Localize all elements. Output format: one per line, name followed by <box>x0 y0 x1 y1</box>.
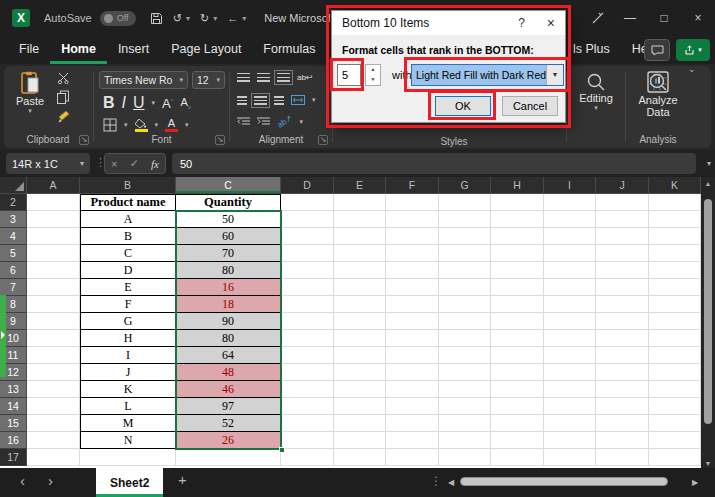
cell-B5[interactable]: C <box>80 245 176 262</box>
cell-J4[interactable] <box>596 228 649 245</box>
cell-C11[interactable]: 64 <box>176 347 281 364</box>
cell-H11[interactable] <box>491 347 544 364</box>
count-spinner[interactable]: ▲ ▼ <box>365 64 381 86</box>
maximize-button[interactable]: □ <box>647 0 681 36</box>
fill-color-dropdown-icon[interactable]: ▾ <box>155 121 159 129</box>
cell-B11[interactable]: I <box>80 347 176 364</box>
formula-bar-expand-icon[interactable]: ▾ <box>707 159 711 168</box>
underline-button[interactable]: U <box>133 94 145 112</box>
cell-D15[interactable] <box>281 415 334 432</box>
cell-C8[interactable]: 18 <box>176 296 281 313</box>
cell-K10[interactable] <box>649 330 701 347</box>
hscroll-thumb[interactable] <box>460 477 668 486</box>
tab-page-layout[interactable]: Page Layout <box>160 36 252 64</box>
cell-F9[interactable] <box>386 313 439 330</box>
cell-A9[interactable] <box>27 313 80 330</box>
grow-font-button[interactable]: A^ <box>162 96 174 111</box>
cell-D7[interactable] <box>281 279 334 296</box>
fill-handle[interactable] <box>279 447 285 453</box>
font-size-select[interactable]: 12▾ <box>192 71 225 89</box>
cell-C16[interactable]: 26 <box>176 432 281 449</box>
cell-E9[interactable] <box>334 313 386 330</box>
cell-I17[interactable] <box>544 449 596 466</box>
tab-file[interactable]: File <box>8 36 50 64</box>
borders-dropdown-icon[interactable]: ▾ <box>124 121 128 129</box>
cell-G14[interactable] <box>439 398 491 415</box>
cell-D2[interactable] <box>281 194 334 211</box>
close-button[interactable]: × <box>681 0 715 36</box>
tab-insert[interactable]: Insert <box>107 36 160 64</box>
cell-H17[interactable] <box>491 449 544 466</box>
cell-D12[interactable] <box>281 364 334 381</box>
cell-B16[interactable]: N <box>80 432 176 449</box>
cell-D11[interactable] <box>281 347 334 364</box>
undo-icon[interactable]: ↺ <box>173 12 182 25</box>
cell-A11[interactable] <box>27 347 80 364</box>
redo-icon[interactable]: ↻ <box>200 12 209 25</box>
cell-C2[interactable]: Quantity <box>176 194 281 211</box>
cell-F5[interactable] <box>386 245 439 262</box>
dialog-title-bar[interactable]: Bottom 10 Items ? × <box>332 11 565 35</box>
row-header-7[interactable]: 7 <box>0 279 27 296</box>
sheetbar-divider[interactable]: ⋮ <box>430 474 442 488</box>
cell-K11[interactable] <box>649 347 701 364</box>
align-top-icon[interactable] <box>237 73 250 82</box>
cell-H16[interactable] <box>491 432 544 449</box>
spinner-up-icon[interactable]: ▲ <box>366 65 380 75</box>
row-header-17[interactable]: 17 <box>0 449 27 466</box>
cancel-entry-icon[interactable]: × <box>111 158 117 170</box>
sheet-prev-icon[interactable]: ‹ <box>20 472 25 489</box>
vscroll-down-icon[interactable]: ▼ <box>701 460 715 467</box>
cell-I10[interactable] <box>544 330 596 347</box>
col-header-K[interactable]: K <box>649 177 701 194</box>
increase-indent-icon[interactable] <box>257 117 270 126</box>
clipboard-dialog-launcher[interactable]: ↘ <box>79 135 89 145</box>
cell-K4[interactable] <box>649 228 701 245</box>
cell-J13[interactable] <box>596 381 649 398</box>
cell-C14[interactable]: 97 <box>176 398 281 415</box>
cell-J15[interactable] <box>596 415 649 432</box>
col-header-A[interactable]: A <box>27 177 80 194</box>
font-dialog-launcher[interactable]: ↘ <box>215 135 225 145</box>
col-header-F[interactable]: F <box>386 177 439 194</box>
cell-G11[interactable] <box>439 347 491 364</box>
sheet-next-icon[interactable]: › <box>48 472 53 489</box>
cell-F17[interactable] <box>386 449 439 466</box>
row-header-16[interactable]: 16 <box>0 432 27 449</box>
cell-G12[interactable] <box>439 364 491 381</box>
cell-A3[interactable] <box>27 211 80 228</box>
cell-E5[interactable] <box>334 245 386 262</box>
cell-F14[interactable] <box>386 398 439 415</box>
cell-G6[interactable] <box>439 262 491 279</box>
cell-K12[interactable] <box>649 364 701 381</box>
row-header-14[interactable]: 14 <box>0 398 27 415</box>
cell-I6[interactable] <box>544 262 596 279</box>
font-name-select[interactable]: Times New Ro▾ <box>99 71 188 89</box>
row-header-13[interactable]: 13 <box>0 381 27 398</box>
cell-J2[interactable] <box>596 194 649 211</box>
cell-H5[interactable] <box>491 245 544 262</box>
cell-E10[interactable] <box>334 330 386 347</box>
cell-B10[interactable]: H <box>80 330 176 347</box>
cell-C5[interactable]: 70 <box>176 245 281 262</box>
cell-C10[interactable]: 80 <box>176 330 281 347</box>
analyze-data-button[interactable]: Analyze Data <box>635 70 681 118</box>
cell-E16[interactable] <box>334 432 386 449</box>
cell-J3[interactable] <box>596 211 649 228</box>
cell-E4[interactable] <box>334 228 386 245</box>
cell-F6[interactable] <box>386 262 439 279</box>
tab-ls-plus[interactable]: ls Plus <box>562 36 621 64</box>
cell-D16[interactable] <box>281 432 334 449</box>
editing-menu-button[interactable]: Editing ▾ <box>576 72 616 112</box>
cell-I12[interactable] <box>544 364 596 381</box>
ribbon-collapse-icon[interactable]: ⌄ <box>688 64 696 74</box>
share-dropdown-icon[interactable]: ▾ <box>698 46 702 54</box>
cell-K16[interactable] <box>649 432 701 449</box>
cell-H13[interactable] <box>491 381 544 398</box>
cell-A12[interactable] <box>27 364 80 381</box>
cell-C15[interactable]: 52 <box>176 415 281 432</box>
cell-F10[interactable] <box>386 330 439 347</box>
cell-G7[interactable] <box>439 279 491 296</box>
cell-B6[interactable]: D <box>80 262 176 279</box>
excel-app-icon[interactable]: X <box>12 9 30 27</box>
